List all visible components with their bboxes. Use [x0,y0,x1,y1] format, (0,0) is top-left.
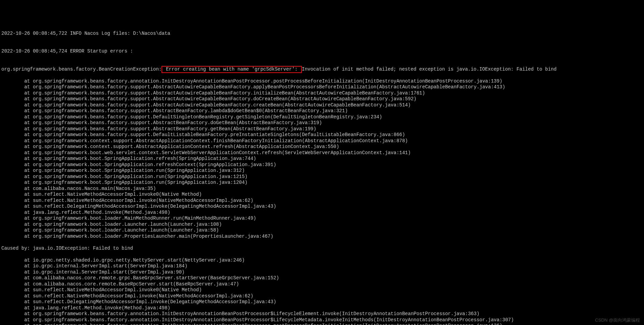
stack-frame: at org.springframework.beans.factory.ann… [1,317,643,323]
stack-frame: at sun.reflect.NativeMethodAccessorImpl.… [1,293,643,299]
stack-frame: at org.springframework.beans.factory.sup… [1,84,643,90]
stack-frame: at org.springframework.beans.factory.sup… [1,132,643,138]
exception-prefix: org.springframework.beans.factory.BeanCr… [1,67,162,72]
stack-frame: at org.springframework.beans.factory.sup… [1,108,643,114]
exception-suffix: Invocation of init method failed; nested… [302,67,557,72]
stack-frame: at org.springframework.beans.factory.sup… [1,96,643,102]
stack-frame: at sun.reflect.DelegatingMethodAccessorI… [1,204,643,210]
stack-frame: at org.springframework.boot.SpringApplic… [1,174,643,180]
stack-frame: at org.springframework.context.support.A… [1,144,643,150]
highlighted-error: Error creating bean with name 'grpcSdkSe… [162,66,302,73]
stack-frame: at org.springframework.beans.factory.ann… [1,311,643,317]
stack-frame: at io.grpc.netty.shaded.io.grpc.netty.Ne… [1,257,643,264]
stack-frame: at org.springframework.boot.loader.MainM… [1,216,643,222]
stack-frame: at org.springframework.beans.factory.sup… [1,90,643,97]
stack-frame: at org.springframework.beans.factory.sup… [1,126,643,132]
stack-frame: at org.springframework.beans.factory.ann… [1,323,643,325]
stack-frame: at sun.reflect.DelegatingMethodAccessorI… [1,299,643,305]
stack-frame: at org.springframework.beans.factory.sup… [1,120,643,126]
stack-frame: at org.springframework.boot.SpringApplic… [1,168,643,174]
stack-frame: at org.springframework.context.support.A… [1,138,643,144]
stack-frame: at org.springframework.boot.web.servlet.… [1,150,643,156]
stack-frame: at java.lang.reflect.Method.invoke(Metho… [1,210,643,216]
stack-frame: at org.springframework.beans.factory.sup… [1,102,643,108]
terminal-output: 2022-10-26 00:08:45,722 INFO Nacos Log f… [1,25,643,325]
log-info-line: 2022-10-26 00:08:45,722 INFO Nacos Log f… [1,31,643,37]
stack-frame: at org.springframework.boot.loader.Launc… [1,222,643,228]
watermark: CSDN @面向鸿蒙编程 [595,317,640,323]
stack-frame: at org.springframework.boot.loader.Launc… [1,227,643,234]
log-error-line: 2022-10-26 00:08:45,724 ERROR Startup er… [1,48,643,55]
stack-frame: at com.alibaba.nacos.core.remote.BaseRpc… [1,281,643,287]
stack-frame: at org.springframework.boot.SpringApplic… [1,156,643,162]
stack-frame: at sun.reflect.NativeMethodAccessorImpl.… [1,192,643,198]
stack-frame: at sun.reflect.NativeMethodAccessorImpl.… [1,198,643,204]
caused-by-line: Caused by: java.io.IOException: Failed t… [1,246,643,252]
stack-frame: at com.alibaba.nacos.Nacos.main(Nacos.ja… [1,186,643,192]
stack-trace-1: at org.springframework.beans.factory.ann… [1,78,643,240]
stack-frame: at org.springframework.boot.SpringApplic… [1,180,643,186]
exception-line: org.springframework.beans.factory.BeanCr… [1,67,643,73]
stack-frame: at org.springframework.beans.factory.ann… [1,78,643,85]
stack-frame: at java.lang.reflect.Method.invoke(Metho… [1,305,643,311]
stack-frame: at org.springframework.beans.factory.sup… [1,114,643,120]
stack-frame: at com.alibaba.nacos.core.remote.grpc.Ba… [1,275,643,281]
stack-frame: at io.grpc.internal.ServerImpl.start(Ser… [1,269,643,276]
stack-frame: at org.springframework.boot.loader.Prope… [1,234,643,240]
stack-trace-2: at io.grpc.netty.shaded.io.grpc.netty.Ne… [1,257,643,325]
stack-frame: at io.grpc.internal.ServerImpl.start(Ser… [1,263,643,269]
stack-frame: at sun.reflect.NativeMethodAccessorImpl.… [1,287,643,293]
stack-frame: at org.springframework.boot.SpringApplic… [1,162,643,168]
